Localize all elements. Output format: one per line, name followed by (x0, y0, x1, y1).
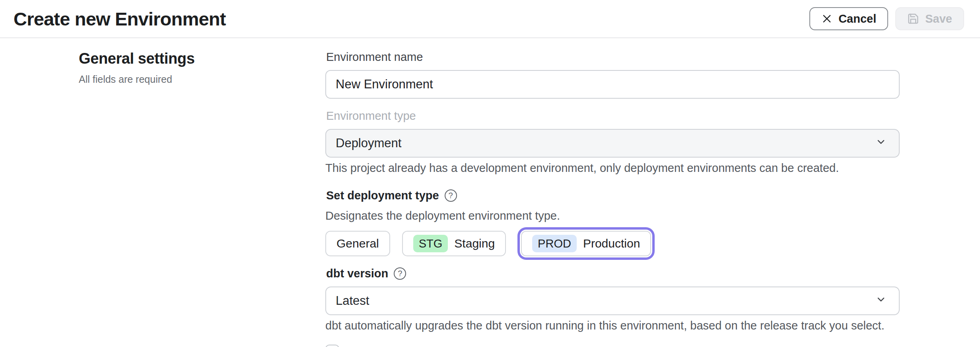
staging-badge: STG (413, 235, 448, 252)
deployment-type-label: Set deployment type ? (326, 189, 900, 202)
environment-name-label: Environment name (326, 50, 900, 64)
dbt-version-label: dbt version ? (326, 267, 900, 280)
dbt-version-select[interactable]: Latest (325, 287, 900, 315)
page-header: Create new Environment Cancel Save (0, 0, 980, 38)
production-badge: PROD (532, 235, 577, 252)
deployment-type-option-general[interactable]: General (325, 231, 390, 256)
environment-name-input[interactable] (325, 70, 900, 99)
custom-branch-checkbox[interactable] (325, 345, 339, 347)
chevron-down-icon (874, 292, 888, 309)
deployment-type-option-production[interactable]: PROD Production (521, 231, 651, 256)
save-button-label: Save (925, 12, 952, 25)
deployment-type-option-general-label: General (336, 237, 379, 250)
dbt-version-label-text: dbt version (326, 267, 388, 280)
environment-type-value: Deployment (336, 136, 401, 150)
chevron-down-icon (874, 135, 888, 152)
settings-summary: General settings All fields are required (0, 38, 325, 347)
question-mark-circle-icon[interactable]: ? (394, 267, 406, 280)
environment-type-label: Environment type (326, 109, 900, 123)
section-heading: General settings (79, 50, 309, 67)
custom-branch-row: Only run on a custom branch (325, 345, 900, 347)
cancel-button[interactable]: Cancel (809, 7, 888, 30)
main-content: General settings All fields are required… (0, 38, 980, 347)
save-button[interactable]: Save (895, 7, 964, 30)
page-title: Create new Environment (14, 8, 226, 30)
cancel-button-label: Cancel (838, 12, 876, 25)
custom-branch-label: Only run on a custom branch (350, 345, 515, 347)
dbt-version-helper: dbt automatically upgrades the dbt versi… (325, 318, 900, 333)
close-icon (821, 13, 832, 24)
deployment-type-option-production-label: Production (583, 237, 640, 250)
header-actions: Cancel Save (809, 7, 964, 30)
section-subheading: All fields are required (79, 74, 309, 85)
environment-type-helper: This project already has a development e… (325, 161, 900, 175)
environment-form: Environment name Environment type Deploy… (325, 38, 900, 347)
floppy-disk-icon (907, 13, 919, 25)
deployment-type-option-staging-label: Staging (454, 237, 495, 250)
deployment-type-option-staging[interactable]: STG Staging (402, 231, 506, 256)
environment-type-select[interactable]: Deployment (325, 129, 900, 158)
deployment-type-options: General STG Staging PROD Production (325, 231, 900, 256)
dbt-version-value: Latest (336, 294, 369, 308)
deployment-type-label-text: Set deployment type (326, 189, 439, 202)
question-mark-circle-icon[interactable]: ? (445, 189, 457, 202)
deployment-type-helper: Designates the deployment environment ty… (325, 209, 900, 223)
